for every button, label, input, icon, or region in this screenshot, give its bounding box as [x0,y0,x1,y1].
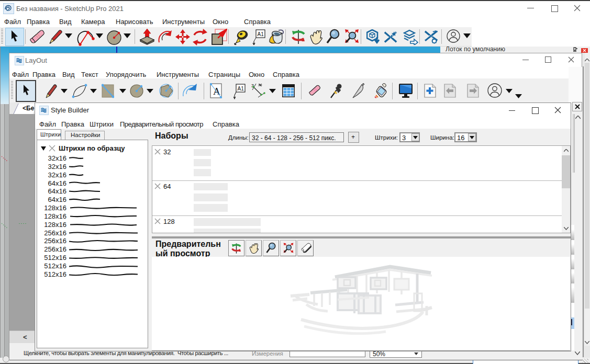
svg-text:A1: A1 [258,31,264,37]
svg-text:A1: A1 [238,86,244,92]
